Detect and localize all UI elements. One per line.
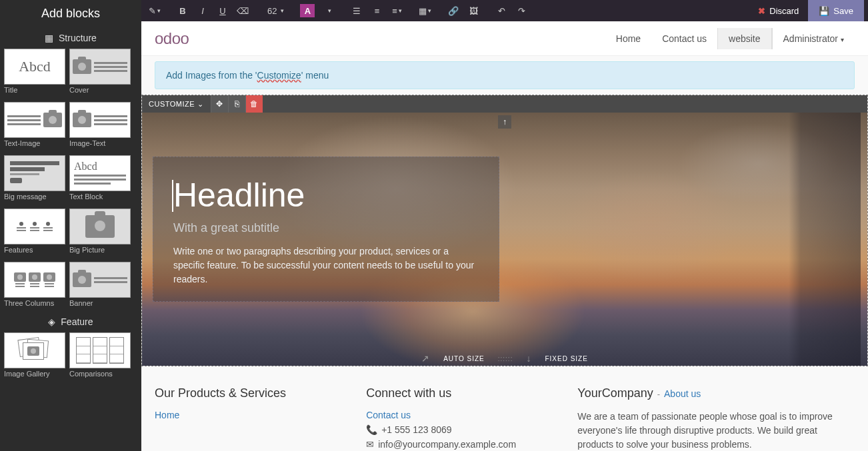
nav-contact-us[interactable]: Contact us — [651, 28, 717, 49]
editable-cover-block[interactable]: CUSTOMIZE⌄ ✥ ⎘ 🗑 ↑ Headline With a great… — [141, 95, 868, 366]
section-feature: ◈ Feature — [0, 311, 141, 332]
footer-col-connect: Connect with us Contact us 📞+1 555 123 8… — [366, 386, 551, 451]
numbered-list-button[interactable]: ≡ — [367, 2, 386, 19]
footer-col-about: YourCompany - About us We are a team of … — [577, 386, 855, 451]
footer-company-name: YourCompany — [577, 386, 653, 400]
footer: Our Products & Services Home Connect wit… — [141, 366, 868, 451]
image-button[interactable]: 🖼 — [464, 2, 483, 19]
redo-button[interactable]: ↷ — [512, 2, 531, 19]
save-button[interactable]: 💾Save — [808, 0, 864, 21]
footer-phone: 📞+1 555 123 8069 — [366, 424, 551, 435]
customize-dropdown[interactable]: CUSTOMIZE⌄ — [142, 100, 211, 109]
block-three-columns[interactable]: Three Columns — [4, 262, 65, 311]
hero-headline[interactable]: Headline — [173, 176, 479, 215]
hero-subtitle[interactable]: With a great subtitle — [173, 221, 479, 235]
footer-home-link[interactable]: Home — [155, 410, 179, 420]
website-topnav: odoo Home Contact us website Administrat… — [141, 21, 868, 56]
block-image-gallery[interactable]: Image Gallery — [4, 332, 65, 382]
footer-col-products: Our Products & Services Home — [155, 386, 339, 451]
fixed-size-label: FIXED SIZE — [545, 355, 587, 362]
paint-brush-button[interactable]: ✎▾ — [145, 2, 164, 19]
save-icon: 💾 — [819, 6, 829, 16]
content-area: odoo Home Contact us website Administrat… — [141, 21, 868, 451]
block-text-block[interactable]: Abcd Text Block — [69, 155, 131, 205]
align-button[interactable]: ≡▾ — [387, 2, 406, 19]
block-comparisons[interactable]: Comparisons — [69, 332, 131, 382]
underline-button[interactable]: U — [213, 2, 232, 19]
block-image-text[interactable]: Image-Text — [69, 102, 131, 151]
text-cursor — [172, 180, 173, 212]
grip-icon: :::::: — [498, 355, 513, 362]
nav-website[interactable]: website — [717, 28, 771, 49]
duplicate-block-button[interactable]: ⎘ — [228, 95, 245, 113]
caret-down-icon: ▾ — [841, 36, 844, 43]
bold-button[interactable]: B — [173, 2, 192, 19]
link-button[interactable]: 🔗 — [444, 2, 463, 19]
block-features[interactable]: Features — [4, 209, 65, 258]
block-big-picture[interactable]: Big Picture — [69, 209, 131, 258]
block-banner[interactable]: Banner — [69, 262, 131, 311]
block-title[interactable]: Abcd Title — [4, 49, 65, 98]
footer-about-link[interactable]: About us — [664, 388, 701, 399]
font-size-selector[interactable]: 62▾ — [261, 2, 287, 19]
close-icon: ✖ — [758, 6, 765, 16]
logo[interactable]: odoo — [155, 29, 189, 48]
footer-about-text: We are a team of passionate people whose… — [577, 410, 855, 451]
footer-connect-title: Connect with us — [366, 386, 551, 400]
blocks-feature: Image Gallery Comparisons — [0, 332, 141, 382]
nav-home[interactable]: Home — [605, 28, 651, 49]
editor-toolbar: ✎▾ B I U ⌫ 62▾ A ▾ ☰ ≡ ≡▾ ▦▾ 🔗 🖼 ↶ ↷ ✖Di… — [141, 0, 868, 21]
delete-block-button[interactable]: 🗑 — [245, 95, 263, 113]
auto-size-label: AUTO SIZE — [443, 355, 485, 362]
chevron-down-icon: ⌄ — [197, 100, 204, 109]
footer-email: ✉info@yourcompany.example.com — [366, 439, 551, 450]
hero-textbox[interactable]: Headline With a great subtitle Write one… — [153, 157, 499, 302]
blocks-structure: Abcd Title Cover Text-Image Image-Text B… — [0, 49, 141, 311]
hero-background: ↑ Headline With a great subtitle Write o… — [142, 113, 867, 366]
nav-administrator[interactable]: Administrator▾ — [772, 28, 855, 49]
sidebar: Add blocks ▦ Structure Abcd Title Cover … — [0, 0, 141, 451]
info-banner: Add Images from the 'Customize' menu — [155, 61, 855, 89]
resize-bar[interactable]: ↗ AUTO SIZE :::::: ↓ FIXED SIZE — [142, 351, 867, 366]
table-button[interactable]: ▦▾ — [415, 2, 435, 19]
resize-down-icon: ↓ — [526, 353, 531, 364]
customize-bar: CUSTOMIZE⌄ ✥ ⎘ 🗑 — [142, 95, 867, 113]
block-text-image[interactable]: Text-Image — [4, 102, 65, 151]
envelope-icon: ✉ — [366, 439, 374, 450]
block-cover[interactable]: Cover — [69, 49, 131, 98]
hero-body[interactable]: Write one or two paragraphs describing y… — [173, 244, 479, 286]
text-color-dropdown[interactable]: ▾ — [319, 2, 338, 19]
resize-up-icon: ↗ — [421, 353, 430, 364]
italic-button[interactable]: I — [193, 2, 212, 19]
grid-icon: ▦ — [45, 33, 53, 43]
footer-products-title: Our Products & Services — [155, 386, 339, 400]
move-block-button[interactable]: ✥ — [211, 95, 228, 113]
undo-button[interactable]: ↶ — [492, 2, 511, 19]
clear-format-button[interactable]: ⌫ — [233, 2, 252, 19]
phone-icon: 📞 — [366, 424, 377, 435]
block-big-message[interactable]: Big message — [4, 155, 65, 205]
section-structure: ▦ Structure — [0, 27, 141, 49]
sidebar-title: Add blocks — [0, 0, 141, 27]
text-color-button[interactable]: A — [297, 2, 318, 19]
move-up-handle[interactable]: ↑ — [498, 115, 511, 129]
customize-link[interactable]: Customize — [257, 70, 301, 81]
footer-contact-link[interactable]: Contact us — [366, 410, 411, 420]
diamond-icon: ◈ — [48, 316, 55, 327]
discard-button[interactable]: ✖Discard — [749, 0, 808, 21]
section-feature-label: Feature — [61, 316, 93, 327]
section-structure-label: Structure — [59, 33, 97, 43]
bullet-list-button[interactable]: ☰ — [347, 2, 366, 19]
